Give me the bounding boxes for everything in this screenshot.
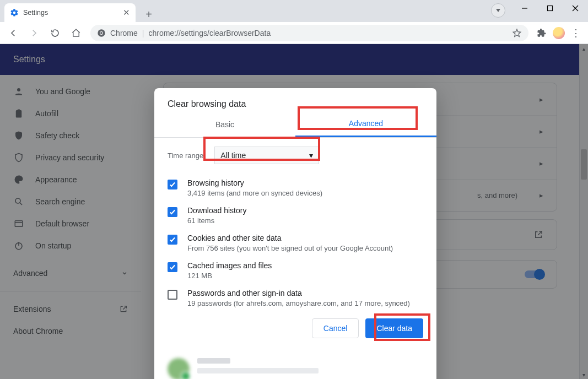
tab-advanced[interactable]: Advanced [295, 111, 436, 137]
settings-page: Settings You and Google Autofill Safety … [0, 44, 588, 379]
time-range-select[interactable]: All time ▾ [214, 147, 319, 164]
address-bar[interactable]: Chrome | chrome://settings/clearBrowserD… [90, 25, 528, 41]
window-close-icon[interactable] [563, 0, 588, 17]
clear-browsing-data-dialog: Clear browsing data Basic Advanced Time … [154, 88, 436, 379]
tab-basic-label: Basic [215, 120, 234, 129]
forward-button[interactable] [25, 24, 43, 42]
option-title: Cached images and files [187, 261, 272, 270]
svg-point-6 [100, 32, 103, 34]
window-controls [512, 0, 588, 17]
toolbar: Chrome | chrome://settings/clearBrowserD… [0, 22, 588, 44]
separator: | [142, 29, 144, 37]
time-range-value: All time [220, 151, 246, 160]
bookmark-star-icon[interactable] [512, 28, 522, 38]
option-title: Passwords and other sign-in data [187, 289, 410, 297]
settings-icon [10, 8, 19, 17]
svg-rect-1 [548, 6, 553, 11]
clear-data-option: Cached images and files121 MB [168, 256, 423, 283]
option-subtitle: 3,419 items (and more on synced devices) [187, 189, 322, 197]
window-maximize-icon[interactable] [537, 0, 563, 17]
omnibox-prefix: Chrome [110, 29, 138, 37]
clear-data-button[interactable]: Clear data [365, 318, 423, 338]
checkbox[interactable] [168, 180, 177, 190]
clear-data-option: Cookies and other site dataFrom 756 site… [168, 228, 423, 256]
avatar [168, 358, 190, 379]
option-subtitle: 19 passwords (for ahrefs.com, amoyshare.… [187, 299, 410, 307]
tab-close-icon[interactable]: ✕ [123, 8, 130, 18]
checkbox[interactable] [168, 207, 177, 217]
option-title: Download history [187, 206, 246, 215]
window-minimize-icon[interactable] [512, 0, 537, 17]
time-range-label: Time range [168, 151, 203, 160]
checkbox[interactable] [168, 262, 177, 272]
dialog-tabs: Basic Advanced [154, 111, 436, 138]
clear-data-option: Browsing history3,419 items (and more on… [168, 173, 423, 201]
cancel-button-label: Cancel [323, 324, 348, 333]
dialog-title: Clear browsing data [154, 88, 436, 111]
tab-basic[interactable]: Basic [154, 111, 295, 137]
omnibox-url: chrome://settings/clearBrowserData [148, 29, 271, 37]
clear-data-button-label: Clear data [376, 324, 412, 333]
browser-tab[interactable]: Settings ✕ [4, 3, 136, 22]
chevron-down-icon: ▾ [309, 151, 313, 160]
clear-data-option: Passwords and other sign-in data19 passw… [168, 283, 423, 311]
option-title: Browsing history [187, 178, 322, 187]
extensions-icon[interactable] [534, 25, 549, 41]
checkbox[interactable] [168, 290, 177, 300]
option-subtitle: From 756 sites (you won't be signed out … [187, 244, 393, 252]
browser-menu-icon[interactable]: ⋮ [568, 25, 584, 41]
account-text-redacted [197, 358, 319, 373]
profile-chip[interactable] [491, 3, 505, 18]
option-subtitle: 61 items [187, 216, 246, 225]
back-button[interactable] [4, 24, 22, 42]
tab-title: Settings [23, 9, 118, 17]
dialog-account-row [154, 348, 436, 379]
option-subtitle: 121 MB [187, 272, 272, 280]
new-tab-button[interactable]: + [141, 7, 157, 22]
tab-advanced-label: Advanced [349, 119, 383, 128]
extension-colored-icon[interactable] [553, 27, 565, 39]
home-button[interactable] [67, 24, 85, 42]
cancel-button[interactable]: Cancel [312, 318, 359, 338]
clear-data-option: Download history61 items [168, 201, 423, 228]
titlebar: Settings ✕ + [0, 0, 588, 22]
checkbox[interactable] [168, 235, 177, 245]
reload-button[interactable] [46, 24, 64, 42]
option-title: Cookies and other site data [187, 234, 393, 242]
chrome-favicon-icon [97, 29, 106, 37]
